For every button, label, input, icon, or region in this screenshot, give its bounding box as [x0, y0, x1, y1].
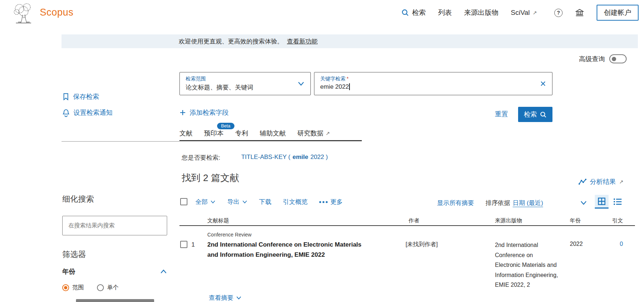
year-filter-header[interactable]: 年份: [62, 267, 167, 276]
download-label: 下载: [259, 198, 271, 206]
nav-lists[interactable]: 列表: [438, 8, 452, 17]
table-header-divider: [179, 225, 635, 226]
keyword-input[interactable]: emie 2022: [320, 83, 546, 91]
keyword-search-field[interactable]: 关键字检索* emie 2022: [314, 72, 552, 95]
sort-by-label: 排序依据: [486, 199, 510, 207]
citation-overview-button[interactable]: 引文概览: [283, 198, 308, 206]
suggested-query-link[interactable]: TITLE-ABS-KEY ( emile 2022 ): [241, 154, 328, 162]
app-header: Scopus 检索 列表 来源出版物 SciVal ↗ ?: [0, 0, 644, 25]
tab-preprints[interactable]: 预印本: [204, 129, 224, 138]
chevron-down-icon: [242, 200, 247, 204]
add-search-field-link[interactable]: 添加检索字段: [179, 108, 229, 117]
results-count-heading: 找到 2 篇文献: [182, 172, 239, 184]
select-all-menu[interactable]: 全部: [195, 198, 216, 206]
radio-unselected-icon: [97, 284, 104, 291]
create-account-button[interactable]: 创建帐户: [597, 5, 639, 21]
column-header-citations: 引文: [601, 217, 623, 224]
toggle-knob: [612, 57, 616, 61]
tab-secondary-documents[interactable]: 辅助文献: [260, 129, 286, 138]
advanced-query-row: 高级查询: [579, 54, 627, 63]
view-new-features-link[interactable]: 查看新功能: [287, 37, 318, 46]
refine-search-title: 细化搜索: [62, 194, 94, 205]
welcome-banner: 欢迎使用更直观、更高效的搜索体验。 查看新功能: [62, 34, 638, 48]
nav-sources[interactable]: 来源出版物: [464, 8, 499, 17]
document-citations: 0: [601, 241, 623, 247]
did-you-mean-row: 您是否要检索: TITLE-ABS-KEY ( emile 2022 ): [182, 154, 328, 162]
year-single-label: 单个: [107, 284, 119, 291]
document-year: 2022: [570, 241, 583, 247]
year-range-slider[interactable]: [76, 299, 154, 302]
analyze-results-link[interactable]: 分析结果 ↗: [579, 177, 623, 186]
column-header-authors: 作者: [408, 217, 419, 224]
analyze-chart-icon: [579, 179, 586, 185]
brand-scopus[interactable]: Scopus: [40, 7, 73, 18]
required-asterisk: *: [347, 76, 348, 81]
list-view-icon: [613, 198, 622, 206]
download-button[interactable]: 下载: [259, 198, 271, 206]
nav-scival-label: SciVal: [511, 9, 530, 17]
search-submit-button[interactable]: 检索: [518, 107, 552, 122]
did-you-mean-prompt: 您是否要检索:: [182, 154, 220, 162]
nav-search[interactable]: 检索: [401, 8, 426, 17]
document-source[interactable]: 2nd International Conference on Electron…: [495, 240, 559, 290]
external-link-icon: ↗: [533, 10, 537, 16]
banner-message: 欢迎使用更直观、更高效的搜索体验。: [179, 37, 283, 46]
help-button[interactable]: ?: [554, 9, 563, 17]
year-range-option[interactable]: 范围: [62, 284, 84, 291]
result-type-tabs: 文献 预印本 专利 辅助文献 研究数据 ↗: [179, 129, 362, 141]
reset-button[interactable]: 重置: [495, 110, 508, 118]
bell-icon: [62, 109, 70, 117]
chevron-down-icon: [210, 200, 216, 204]
keyword-label: 关键字检索*: [320, 76, 546, 82]
column-header-source: 来源出版物: [495, 217, 522, 224]
search-within-results-input[interactable]: [62, 216, 167, 235]
export-label: 导出: [227, 198, 240, 206]
analyze-results-label: 分析结果: [590, 177, 616, 186]
nav-search-label: 检索: [412, 8, 426, 17]
ellipsis-icon: [319, 201, 328, 203]
scope-value: 论文标题、摘要、关键词: [186, 83, 305, 92]
external-link-icon: ↗: [619, 179, 623, 185]
scope-label: 检索范围: [186, 76, 305, 82]
tab-documents[interactable]: 文献: [179, 129, 192, 138]
document-title-link[interactable]: 2nd International Conference on Electron…: [207, 240, 374, 260]
row-checkbox[interactable]: [180, 241, 187, 248]
view-abstract-link[interactable]: 查看摘要: [209, 294, 242, 302]
chevron-down-icon[interactable]: [580, 200, 587, 205]
nav-lists-label: 列表: [438, 8, 452, 17]
nav-sources-label: 来源出版物: [464, 8, 499, 17]
tab-patents[interactable]: 专利: [235, 129, 248, 138]
export-menu[interactable]: 导出: [227, 198, 247, 206]
top-navigation: 检索 列表 来源出版物 SciVal ↗ ? 创建帐户: [401, 0, 639, 25]
sort-by-dropdown[interactable]: 日期 (最近): [513, 199, 543, 207]
institution-button[interactable]: [575, 8, 584, 17]
year-filter-label: 年份: [62, 267, 75, 276]
search-scope-dropdown[interactable]: 检索范围 论文标题、摘要、关键词: [179, 72, 311, 95]
set-alert-link[interactable]: 设置检索通知: [62, 108, 113, 117]
more-menu[interactable]: 更多: [319, 198, 343, 206]
document-type: Conference Review: [207, 232, 251, 238]
tab-research-data[interactable]: 研究数据 ↗: [297, 129, 330, 138]
advanced-query-label: 高级查询: [579, 55, 605, 63]
external-link-icon: ↗: [326, 130, 330, 136]
nav-scival[interactable]: SciVal ↗: [511, 9, 537, 17]
search-icon: [540, 111, 547, 118]
grid-view-button[interactable]: [595, 195, 609, 209]
year-range-label: 范围: [72, 284, 84, 291]
plus-icon: [179, 109, 186, 116]
clear-input-icon[interactable]: [540, 80, 546, 87]
row-index: 1: [191, 241, 195, 248]
advanced-query-toggle[interactable]: [609, 54, 627, 63]
filters-title: 筛选器: [62, 249, 86, 260]
elsevier-tree-logo-icon[interactable]: [12, 3, 35, 24]
select-all-checkbox[interactable]: [180, 198, 187, 205]
help-icon: ?: [554, 9, 563, 17]
save-search-link[interactable]: 保存检索: [62, 92, 99, 101]
suggested-query-suffix: 2022 ): [310, 154, 328, 162]
search-submit-label: 检索: [524, 110, 537, 119]
show-all-abstracts-link[interactable]: 显示所有摘要: [437, 199, 474, 207]
year-single-option[interactable]: 单个: [97, 284, 119, 291]
list-view-button[interactable]: [613, 198, 622, 206]
column-header-year: 年份: [570, 217, 581, 224]
suggested-query-term: emile: [292, 154, 308, 162]
